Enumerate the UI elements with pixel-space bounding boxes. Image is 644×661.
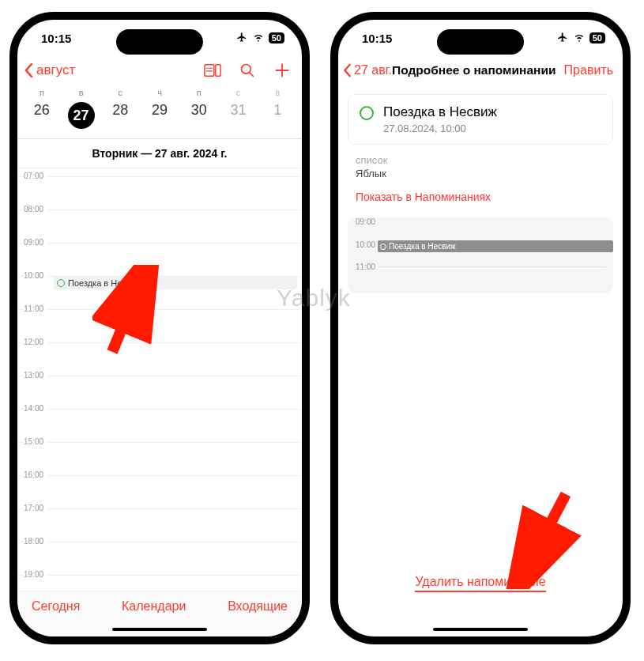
airplane-icon [235, 32, 248, 45]
show-in-reminders-link[interactable]: Показать в Напоминаниях [338, 183, 623, 211]
hour-label: 15:00 [24, 437, 47, 446]
svg-line-5 [250, 73, 254, 77]
reminder-datetime: 27.08.2024, 10:00 [383, 123, 497, 134]
reminder-ring-icon [57, 279, 65, 287]
add-icon[interactable] [273, 62, 291, 79]
hour-label: 11:00 [24, 304, 47, 313]
mini-event-title: Поездка в Несвиж [389, 242, 456, 251]
date-cell[interactable]: 1 [258, 99, 297, 132]
mini-timeline: 09:00 10:00 11:00 Поездка в Несвиж [348, 217, 613, 293]
day-timeline[interactable]: 07:00 08:00 09:00 10:00 Поездка в Несвиж… [17, 168, 302, 587]
calendar-nav-bar: август [17, 56, 302, 88]
weekday-label: в [258, 88, 297, 97]
list-value: Яблык [356, 168, 605, 179]
watermark: Yablyk [277, 285, 351, 312]
mini-hour-label: 11:00 [356, 263, 378, 271]
reminder-ring-icon [360, 106, 374, 120]
date-cell[interactable]: 26 [22, 99, 62, 132]
phone-reminder-detail: 10:15 50 27 авг. Подробнее о напоминании… [330, 12, 631, 644]
back-button[interactable]: август [24, 62, 75, 78]
status-time: 10:15 [41, 32, 71, 45]
hour-label: 13:00 [24, 371, 47, 380]
date-cell[interactable]: 31 [219, 99, 258, 132]
home-indicator [112, 628, 207, 631]
hour-label: 12:00 [24, 338, 47, 346]
hour-label: 14:00 [24, 404, 47, 413]
reminder-ring-icon [380, 244, 386, 250]
hour-label: 08:00 [24, 205, 47, 213]
hour-label: 10:00 [24, 271, 47, 280]
phone-calendar-day: 10:15 50 август п [9, 12, 310, 644]
weekday-label: с [219, 88, 258, 97]
mini-event-chip[interactable]: Поездка в Несвиж [378, 240, 613, 252]
inbox-button[interactable]: Входящие [228, 599, 288, 614]
hour-label: 16:00 [24, 470, 47, 479]
weekday-label: ч [140, 88, 179, 97]
list-meta: список Яблык [338, 151, 623, 183]
weekday-label: п [179, 88, 219, 97]
svg-rect-0 [205, 65, 214, 77]
reminder-title: Поездка в Несвиж [383, 104, 497, 120]
today-button[interactable]: Сегодня [32, 599, 80, 614]
calendar-event-chip[interactable]: Поездка в Несвиж [54, 277, 297, 289]
wifi-icon [252, 32, 265, 45]
date-cell[interactable]: 28 [100, 99, 140, 132]
day-header: Вторник — 27 авг. 2024 г. [17, 139, 302, 168]
chevron-left-icon [24, 62, 35, 78]
event-title: Поездка в Несвиж [68, 278, 141, 288]
battery-icon: 50 [589, 32, 605, 43]
hour-label: 09:00 [24, 238, 47, 247]
date-cell[interactable]: 29 [140, 99, 179, 132]
annotation-arrow [504, 486, 583, 589]
status-time: 10:15 [362, 32, 392, 45]
view-toggle-icon[interactable] [204, 62, 221, 79]
weekday-row: п в с ч п с в [17, 88, 302, 97]
delete-reminder-button[interactable]: Удалить напоминание [338, 575, 623, 592]
back-month-label: август [36, 62, 75, 78]
detail-nav-bar: 27 авг. Подробнее о напоминании Править [338, 56, 623, 88]
calendars-button[interactable]: Календари [122, 599, 186, 614]
hour-label: 17:00 [24, 504, 47, 512]
mini-hour-label: 10:00 [356, 240, 378, 249]
hour-label: 19:00 [24, 570, 47, 579]
svg-line-11 [526, 494, 566, 569]
hour-label: 18:00 [24, 537, 47, 546]
reminder-card[interactable]: Поездка в Несвиж 27.08.2024, 10:00 [348, 94, 613, 145]
wifi-icon [573, 32, 586, 45]
notch [116, 29, 203, 55]
weekday-label: в [62, 88, 101, 97]
weekday-label: п [22, 88, 62, 97]
date-cell[interactable]: 30 [179, 99, 219, 132]
mini-hour-label: 09:00 [356, 217, 378, 226]
battery-icon: 50 [269, 32, 284, 43]
svg-rect-1 [216, 65, 220, 77]
chevron-left-icon [343, 63, 352, 77]
date-row: 26 27 28 29 30 31 1 [17, 97, 302, 139]
hour-label: 07:00 [24, 172, 47, 180]
weekday-label: с [100, 88, 140, 97]
airplane-icon [556, 32, 569, 45]
page-title: Подробнее о напоминании [384, 63, 564, 77]
list-label: список [356, 154, 605, 166]
search-icon[interactable] [239, 62, 256, 79]
edit-button[interactable]: Править [564, 63, 613, 77]
home-indicator [433, 628, 528, 631]
notch [437, 29, 524, 55]
date-cell-selected[interactable]: 27 [62, 99, 101, 132]
